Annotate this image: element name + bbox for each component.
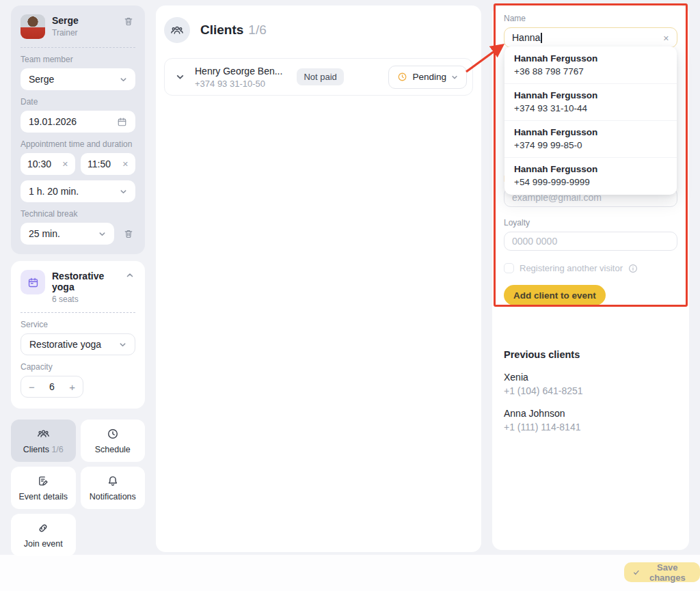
clear-name-button[interactable]: ✕	[663, 33, 669, 43]
trash-icon	[123, 228, 134, 239]
collapse-service-button[interactable]	[124, 270, 135, 281]
nav-schedule-label: Schedule	[95, 445, 131, 454]
capacity-stepper: − 6 +	[21, 376, 83, 398]
nav-tab-notifications[interactable]: Notifications	[81, 467, 146, 509]
suggestion-name: Hannah Fergusson	[514, 127, 667, 137]
info-icon[interactable]	[628, 264, 638, 273]
client-row[interactable]: Henry George Ben... +374 93 31-10-50 Not…	[164, 58, 473, 96]
clients-panel-title: Clients	[200, 23, 243, 37]
save-changes-button[interactable]: Save changes	[624, 562, 700, 582]
suggestion-item[interactable]: Hannah Fergusson +374 99 99-85-0	[504, 120, 677, 157]
loyalty-input[interactable]	[504, 232, 677, 251]
trainer-avatar	[21, 14, 45, 39]
bell-icon	[107, 475, 119, 487]
appointment-card: Serge Trainer Team member Serge Date 19.…	[11, 5, 145, 254]
chevron-up-icon	[126, 271, 134, 279]
calendar-icon	[117, 117, 127, 127]
previous-client-name: Xenia	[504, 372, 677, 383]
duration-select[interactable]: 1 h. 20 min.	[21, 180, 135, 202]
chevron-down-icon	[451, 74, 458, 81]
name-input[interactable]: Hanna ✕	[504, 27, 677, 48]
suggestion-phone: +54 999-999-9999	[514, 177, 667, 187]
registering-another-visitor-label: Registering another visitor	[520, 263, 623, 273]
check-icon	[633, 568, 640, 577]
date-input[interactable]: 19.01.2026	[21, 111, 135, 133]
chevron-down-icon	[119, 341, 126, 348]
previous-client-phone: +1 (111) 114-8141	[504, 422, 677, 432]
delete-appointment-button[interactable]	[122, 14, 135, 28]
clock-icon	[107, 428, 119, 440]
service-title: Restorative yoga	[52, 271, 118, 292]
previous-client-item[interactable]: Xenia +1 (104) 641-8251	[504, 372, 677, 396]
previous-client-phone: +1 (104) 641-8251	[504, 385, 677, 396]
chevron-down-icon	[176, 72, 185, 81]
expand-client-button[interactable]	[174, 71, 186, 83]
date-label: Date	[21, 97, 135, 107]
name-input-value: Hanna	[512, 32, 540, 43]
start-time-input[interactable]: 10:30 ✕	[21, 153, 75, 175]
team-member-select[interactable]: Serge	[21, 68, 135, 90]
nav-tab-clients[interactable]: Clients 1/6	[11, 420, 76, 462]
suggestion-name: Hannah Fergusson	[514, 164, 667, 174]
client-status-dropdown[interactable]: Pending	[388, 66, 467, 89]
suggestion-item[interactable]: Hannah Fergusson +36 88 798 7767	[504, 47, 677, 83]
divider	[21, 312, 135, 313]
clients-panel: Clients1/6 Henry George Ben... +374 93 3…	[156, 5, 481, 552]
clear-end-time-icon[interactable]: ✕	[122, 161, 129, 168]
nav-tab-event-details[interactable]: Event details	[11, 467, 76, 509]
end-time-input[interactable]: 11:50 ✕	[81, 153, 135, 175]
loyalty-field-label: Loyalty	[504, 218, 677, 228]
clients-panel-count: 1/6	[248, 23, 266, 37]
left-sidebar: Serge Trainer Team member Serge Date 19.…	[11, 5, 145, 556]
technical-break-select[interactable]: 25 min.	[21, 223, 114, 245]
appointment-time-label: Appointment time and duration	[21, 139, 135, 149]
footer-bar	[0, 555, 700, 591]
capacity-increase-button[interactable]: +	[69, 381, 75, 393]
duration-value: 1 h. 20 min.	[29, 186, 79, 197]
service-value: Restorative yoga	[29, 339, 101, 350]
previous-client-item[interactable]: Anna Johnson +1 (111) 114-8141	[504, 408, 677, 432]
technical-break-label: Technical break	[21, 209, 135, 219]
nav-tab-join-event[interactable]: Join event	[11, 514, 76, 556]
delete-break-button[interactable]	[122, 227, 135, 240]
text-caret	[541, 33, 542, 43]
registering-another-visitor-checkbox[interactable]	[504, 263, 514, 273]
suggestion-phone: +374 93 31-10-44	[514, 103, 667, 113]
suggestion-phone: +374 99 99-85-0	[514, 140, 667, 150]
suggestion-item[interactable]: Hannah Fergusson +374 93 31-10-44	[504, 83, 677, 120]
capacity-decrease-button[interactable]: −	[29, 381, 35, 393]
nav-clients-count: 1/6	[51, 445, 63, 454]
trash-icon	[123, 16, 134, 27]
nav-tab-schedule[interactable]: Schedule	[81, 420, 146, 462]
pending-clock-icon	[397, 72, 407, 82]
clear-start-time-icon[interactable]: ✕	[62, 161, 68, 168]
service-select[interactable]: Restorative yoga	[21, 333, 135, 355]
add-client-to-event-button[interactable]: Add client to event	[504, 285, 606, 305]
technical-break-value: 25 min.	[29, 228, 60, 239]
clear-icon: ✕	[663, 34, 669, 42]
chevron-down-icon	[98, 230, 106, 238]
payment-status-badge: Not paid	[297, 68, 343, 85]
clients-header-people-icon	[164, 17, 190, 43]
previous-client-name: Anna Johnson	[504, 408, 677, 419]
start-time-value: 10:30	[27, 159, 51, 169]
team-member-value: Serge	[29, 74, 54, 85]
end-time-value: 11:50	[88, 159, 111, 169]
nav-event-details-label: Event details	[18, 492, 68, 501]
service-card: Restorative yoga 6 seats Service Restora…	[11, 261, 145, 409]
previous-clients-title: Previous clients	[504, 349, 677, 360]
client-name: Henry George Ben...	[195, 66, 282, 77]
suggestion-item[interactable]: Hannah Fergusson +54 999-999-9999	[504, 157, 677, 194]
client-status-label: Pending	[412, 72, 446, 82]
service-calendar-icon	[21, 270, 45, 294]
trainer-name: Serge	[52, 15, 115, 26]
name-field-label: Name	[504, 14, 677, 23]
people-icon	[37, 427, 50, 440]
link-icon	[37, 522, 49, 534]
chevron-down-icon	[120, 76, 127, 83]
nav-join-event-label: Join event	[24, 539, 63, 549]
chevron-down-icon	[120, 188, 127, 195]
divider	[21, 47, 135, 48]
suggestion-name: Hannah Fergusson	[514, 53, 667, 64]
service-seats: 6 seats	[52, 294, 118, 304]
